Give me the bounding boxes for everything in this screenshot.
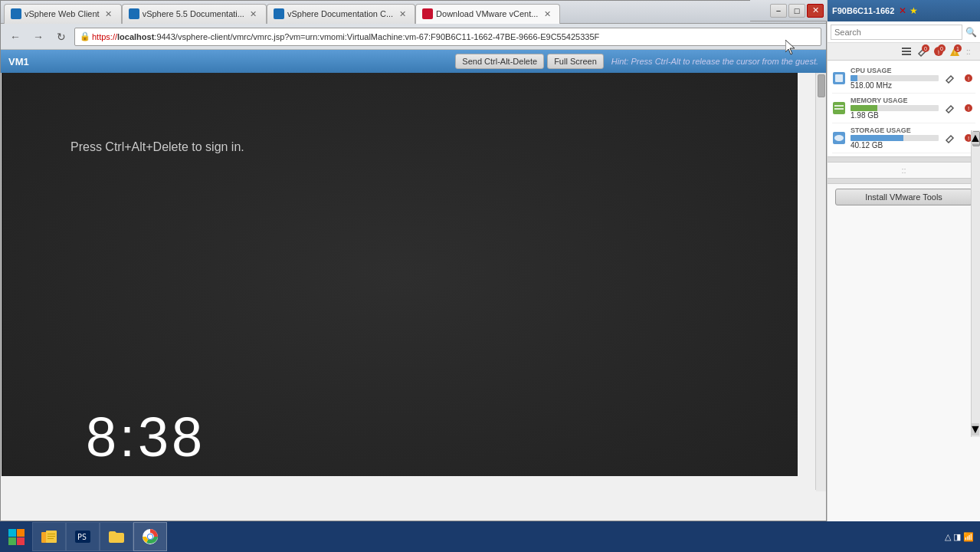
memory-usage-item: MEMORY USAGE 1.98 GB !	[832, 94, 975, 123]
secondary-close-button[interactable]: ✕	[807, 4, 824, 18]
right-panel-scrollbar[interactable]: ▲ ▼	[971, 130, 980, 437]
scrollbar-up-arrow[interactable]: ▲	[972, 132, 979, 144]
cpu-edit-icon[interactable]	[943, 71, 957, 85]
start-button[interactable]	[0, 521, 32, 552]
tab-close-4[interactable]: ✕	[541, 8, 553, 20]
signin-prompt: Press Ctrl+Alt+Delete to sign in.	[70, 140, 244, 154]
vm-name-label: VM1	[8, 56, 29, 67]
storage-bar-container: STORAGE USAGE 40.12 GB	[851, 127, 939, 150]
stor-edit-icon[interactable]	[943, 131, 957, 145]
send-ctrl-alt-delete-button[interactable]: Send Ctrl-Alt-Delete	[455, 54, 544, 69]
svg-point-18	[834, 135, 844, 141]
svg-rect-13	[834, 105, 844, 107]
system-clock: △ ◨ 📶	[945, 532, 974, 542]
cpu-usage-item: CPU USAGE 518.00 MHz !	[832, 64, 975, 94]
search-icon[interactable]: 🔍	[965, 27, 977, 38]
tab-vsphere-web-client[interactable]: vSphere Web Client ✕	[4, 4, 122, 24]
address-prefix: https://	[92, 32, 117, 41]
edit-icon[interactable]: 0	[915, 44, 930, 59]
scrollbar-down-arrow[interactable]: ▼	[972, 423, 979, 435]
vmware-hint-text: Hint: Press Ctrl-Alt to release the curs…	[611, 57, 818, 66]
cpu-alert-icon[interactable]: !	[962, 71, 975, 85]
address-rest: :9443/vsphere-client/vmrc/vmrc.jsp?vm=ur…	[154, 32, 599, 41]
cpu-usage-icon	[832, 71, 846, 85]
back-button[interactable]: ←	[5, 27, 25, 47]
edit-badge: 0	[922, 44, 929, 52]
address-bar[interactable]: 🔒 https://localhost:9443/vsphere-client/…	[74, 28, 821, 46]
search-input[interactable]	[831, 25, 962, 40]
chrome-titlebar: vSphere Web Client ✕ vSphere 5.5 Documen…	[1, 1, 826, 24]
taskbar-chrome[interactable]	[133, 522, 167, 551]
vmware-titlebar: VM1 Send Ctrl-Alt-Delete Full Screen Hin…	[1, 50, 826, 73]
cpu-usage-bar	[851, 75, 939, 81]
memory-usage-value: 1.98 GB	[851, 111, 939, 120]
list-view-icon[interactable]	[899, 44, 914, 59]
scrollbar-track	[816, 74, 826, 491]
vm-console-screen[interactable]: Press Ctrl+Alt+Delete to sign in. 8:38	[2, 73, 798, 476]
tab-close-3[interactable]: ✕	[396, 8, 408, 20]
svg-text:PS: PS	[77, 533, 87, 541]
alert-icon[interactable]: ! 0	[931, 44, 946, 59]
secondary-restore-button[interactable]: □	[788, 4, 805, 18]
system-tray: △ ◨ 📶	[939, 532, 980, 542]
cpu-usage-value: 518.00 MHz	[851, 81, 939, 90]
tab-title-2: vSphere 5.5 Documentati...	[143, 9, 244, 18]
vm-clock-display: 8:38	[86, 406, 205, 468]
right-separator-2	[828, 178, 980, 184]
resize-icon[interactable]: ::	[963, 44, 978, 59]
storage-usage-bar	[851, 135, 939, 141]
mem-edit-icon[interactable]	[943, 101, 957, 115]
warning-badge: 1	[954, 44, 962, 52]
taskbar: PS △ ◨ 📶	[0, 521, 980, 552]
right-panel: F90B6C11-1662 ✕ ★ 🔍 0 ! 0 ! 1 ::	[827, 0, 980, 521]
svg-rect-24	[17, 537, 25, 545]
vm-id-label: F90B6C11-1662	[832, 6, 894, 15]
svg-rect-28	[48, 536, 55, 537]
vm-tab-close-icon[interactable]: ✕	[899, 5, 906, 16]
install-vmware-tools-button[interactable]: Install VMware Tools	[835, 189, 972, 205]
tab-close-1[interactable]: ✕	[103, 8, 115, 20]
svg-rect-1	[902, 51, 911, 52]
vmware-favicon-4	[422, 8, 433, 19]
svg-rect-22	[17, 529, 25, 537]
mem-alert-icon[interactable]: !	[962, 101, 975, 115]
chrome-tabs: vSphere Web Client ✕ vSphere 5.5 Documen…	[4, 1, 757, 24]
taskbar-folder[interactable]	[100, 522, 133, 551]
storage-bar-fill	[851, 135, 903, 141]
tab-download-vmware[interactable]: Download VMware vCent... ✕	[415, 4, 560, 24]
address-host: localhost	[117, 32, 154, 41]
warning-icon[interactable]: ! 1	[947, 44, 962, 59]
storage-usage-icon	[832, 131, 846, 145]
vm-tab-star-icon[interactable]: ★	[910, 5, 918, 16]
storage-usage-item: STORAGE USAGE 40.12 GB !	[832, 123, 975, 153]
taskbar-file-explorer[interactable]	[32, 522, 66, 551]
memory-bar-fill	[851, 105, 877, 111]
chrome-window: vSphere Web Client ✕ vSphere 5.5 Documen…	[0, 0, 827, 521]
svg-rect-2	[902, 54, 911, 55]
svg-point-34	[148, 534, 152, 539]
taskbar-powershell[interactable]: PS	[66, 522, 100, 551]
resize-handle[interactable]: ::	[828, 163, 980, 178]
tab-vsphere-docs[interactable]: vSphere 5.5 Documentati... ✕	[122, 4, 267, 24]
svg-text:!: !	[968, 105, 969, 112]
vsphere-favicon-3	[274, 8, 284, 19]
svg-text:::: ::	[966, 48, 971, 56]
vsphere-favicon-1	[11, 8, 21, 19]
secondary-window-controls: − □ ✕	[750, 0, 827, 21]
vm-name-bar: F90B6C11-1662 ✕ ★	[828, 0, 980, 21]
svg-text:!: !	[968, 75, 969, 82]
scrollbar-thumb[interactable]	[818, 74, 825, 97]
tab-close-2[interactable]: ✕	[247, 8, 260, 20]
tab-title-3: vSphere Documentation C...	[287, 9, 393, 18]
full-screen-button[interactable]: Full Screen	[547, 54, 604, 69]
forward-button[interactable]: →	[28, 27, 48, 47]
tab-vsphere-doc-center[interactable]: vSphere Documentation C... ✕	[267, 4, 415, 24]
secondary-minimize-button[interactable]: −	[770, 4, 787, 18]
alert-badge: 0	[938, 44, 946, 52]
memory-usage-bar	[851, 105, 939, 111]
cpu-bar-container: CPU USAGE 518.00 MHz	[851, 67, 939, 90]
svg-rect-14	[834, 108, 844, 110]
ssl-lock-icon: 🔒	[80, 31, 90, 41]
console-scrollbar[interactable]	[815, 73, 826, 490]
reload-button[interactable]: ↻	[51, 27, 71, 47]
